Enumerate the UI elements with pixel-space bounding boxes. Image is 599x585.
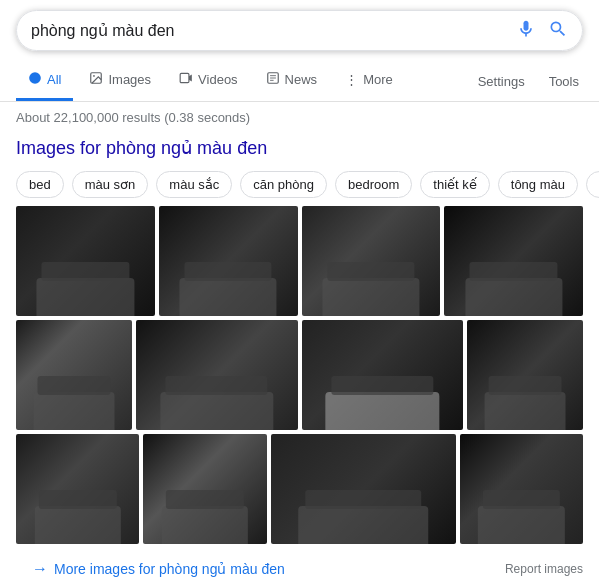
news-icon	[266, 71, 280, 88]
filter-chips-container: bed màu sơn màu sắc căn phòng bedroom th…	[0, 167, 599, 206]
tab-images[interactable]: Images	[77, 61, 163, 101]
image-cell-8[interactable]	[467, 320, 583, 430]
tab-images-label: Images	[108, 72, 151, 87]
filter-chip-mau-sac[interactable]: màu sắc	[156, 171, 232, 198]
image-cell-6[interactable]	[136, 320, 298, 430]
svg-rect-3	[180, 73, 189, 82]
image-cell-4[interactable]	[444, 206, 583, 316]
tab-all[interactable]: All	[16, 61, 73, 101]
filter-chip-nho[interactable]: nhỏ	[586, 171, 599, 198]
image-row-3	[16, 434, 583, 544]
tools-link[interactable]: Tools	[545, 64, 583, 99]
image-cell-11[interactable]	[271, 434, 456, 544]
filter-chip-tong-mau[interactable]: tông màu	[498, 171, 578, 198]
image-cell-10[interactable]	[143, 434, 266, 544]
svg-point-0	[29, 72, 41, 84]
more-images-text: More images for phòng ngủ màu đen	[54, 561, 285, 577]
image-row-2	[16, 320, 583, 430]
search-icon[interactable]	[548, 19, 568, 42]
all-icon	[28, 71, 42, 88]
image-row-1	[16, 206, 583, 316]
report-images-link[interactable]: Report images	[505, 562, 583, 576]
image-cell-3[interactable]	[302, 206, 441, 316]
more-icon: ⋮	[345, 72, 358, 87]
search-input[interactable]	[31, 22, 516, 40]
tab-news-label: News	[285, 72, 318, 87]
image-cell-7[interactable]	[302, 320, 464, 430]
more-images-arrow-icon: →	[32, 560, 48, 578]
results-count: About 22,100,000 results (0.38 seconds)	[0, 102, 599, 133]
search-bar[interactable]	[16, 10, 583, 51]
mic-icon[interactable]	[516, 19, 536, 42]
tab-videos[interactable]: Videos	[167, 61, 250, 101]
tab-news[interactable]: News	[254, 61, 330, 101]
tab-more[interactable]: ⋮ More	[333, 62, 405, 100]
tab-all-label: All	[47, 72, 61, 87]
settings-link[interactable]: Settings	[474, 64, 529, 99]
filter-chip-can-phong[interactable]: căn phòng	[240, 171, 327, 198]
image-cell-1[interactable]	[16, 206, 155, 316]
tab-more-label: More	[363, 72, 393, 87]
filter-chip-thiet-ke[interactable]: thiết kế	[420, 171, 489, 198]
images-icon	[89, 71, 103, 88]
tab-videos-label: Videos	[198, 72, 238, 87]
image-grid	[0, 206, 599, 544]
more-images-link[interactable]: → More images for phòng ngủ màu đen	[16, 550, 301, 585]
image-cell-12[interactable]	[460, 434, 583, 544]
filter-chip-bedroom[interactable]: bedroom	[335, 171, 412, 198]
images-section-heading[interactable]: Images for phòng ngủ màu đen	[0, 133, 599, 167]
filter-chip-mau-son[interactable]: màu sơn	[72, 171, 149, 198]
image-cell-5[interactable]	[16, 320, 132, 430]
image-cell-2[interactable]	[159, 206, 298, 316]
videos-icon	[179, 71, 193, 88]
nav-tabs: All Images Videos News ⋮ More Settings T…	[0, 61, 599, 102]
filter-chip-bed[interactable]: bed	[16, 171, 64, 198]
image-cell-9[interactable]	[16, 434, 139, 544]
svg-point-2	[94, 75, 96, 77]
